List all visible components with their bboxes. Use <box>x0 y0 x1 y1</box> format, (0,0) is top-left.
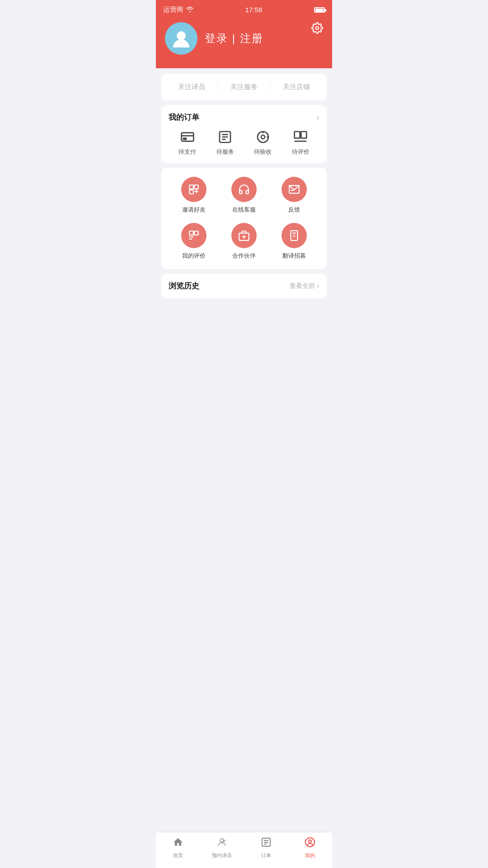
svg-rect-13 <box>295 132 300 138</box>
svg-rect-17 <box>194 185 198 189</box>
svg-rect-16 <box>189 185 193 189</box>
svg-rect-21 <box>189 231 193 235</box>
orders-title: 我的订单 <box>169 112 199 123</box>
settings-icon[interactable] <box>311 22 323 37</box>
svg-rect-2 <box>181 133 193 142</box>
svg-point-1 <box>316 27 319 30</box>
invite-label: 邀请好友 <box>182 206 206 214</box>
wifi-icon <box>186 6 193 14</box>
svg-rect-22 <box>194 231 198 235</box>
order-payment-label: 待支付 <box>178 148 196 156</box>
services-section: 邀请好友 在线客服 <box>161 168 327 269</box>
order-service-label: 待服务 <box>216 148 234 156</box>
order-pending-verify[interactable]: 待验收 <box>254 130 272 156</box>
svg-point-0 <box>177 31 186 40</box>
follow-shop-label: 关注店铺 <box>283 83 310 91</box>
feedback-label: 反馈 <box>288 206 300 214</box>
customer-icon <box>231 177 257 202</box>
customer-label: 在线客服 <box>232 206 256 214</box>
order-verify-label: 待验收 <box>254 148 272 156</box>
reviews-label: 我的评价 <box>182 252 206 260</box>
history-arrow: › <box>317 281 319 291</box>
follow-shop[interactable]: 关注店铺 <box>270 83 322 91</box>
service-reviews[interactable]: 我的评价 <box>169 223 219 260</box>
order-pending-service[interactable]: 待服务 <box>216 130 234 156</box>
follow-service-label: 关注服务 <box>230 83 258 91</box>
history-section: 浏览历史 查看全部 › <box>161 274 327 298</box>
service-recruit[interactable]: 单 翻译招募 <box>269 223 319 260</box>
order-review-label: 待评价 <box>292 148 310 156</box>
view-all-button[interactable]: 查看全部 › <box>290 281 319 291</box>
follow-translator-label: 关注译员 <box>178 83 205 91</box>
svg-rect-18 <box>189 190 193 194</box>
order-pending-review[interactable]: 待评价 <box>292 130 310 156</box>
service-invite[interactable]: 邀请好友 <box>169 177 219 214</box>
recruit-icon: 单 <box>282 223 307 248</box>
login-register-button[interactable]: 登录 | 注册 <box>205 31 263 46</box>
svg-rect-14 <box>301 132 307 138</box>
service-partners[interactable]: 合作伙伴 <box>219 223 269 260</box>
follow-service[interactable]: 关注服务 <box>218 83 271 91</box>
orders-arrow[interactable]: › <box>316 112 319 123</box>
view-all-label: 查看全部 <box>290 282 315 290</box>
service-feedback[interactable]: 反馈 <box>269 177 319 214</box>
avatar[interactable] <box>165 22 197 55</box>
invite-icon <box>181 177 206 202</box>
svg-text:单: 单 <box>292 234 296 238</box>
carrier-label: 运营商 <box>163 5 183 14</box>
battery-indicator <box>314 7 325 13</box>
time-display: 17:58 <box>245 6 263 14</box>
service-customer[interactable]: 在线客服 <box>219 177 269 214</box>
reviews-icon <box>181 223 206 248</box>
header: 登录 | 注册 <box>156 18 332 68</box>
svg-point-10 <box>261 135 265 139</box>
svg-rect-4 <box>183 138 186 140</box>
feedback-icon <box>282 177 307 202</box>
partners-label: 合作伙伴 <box>232 252 256 260</box>
partners-icon <box>231 223 257 248</box>
history-title: 浏览历史 <box>169 281 199 291</box>
recruit-label: 翻译招募 <box>282 252 306 260</box>
follow-section: 关注译员 关注服务 关注店铺 <box>161 74 327 100</box>
status-bar: 运营商 17:58 <box>156 0 332 18</box>
follow-translator[interactable]: 关注译员 <box>166 83 218 91</box>
orders-section: 我的订单 › 待支付 待服务 <box>161 105 327 163</box>
order-pending-payment[interactable]: 待支付 <box>178 130 196 156</box>
